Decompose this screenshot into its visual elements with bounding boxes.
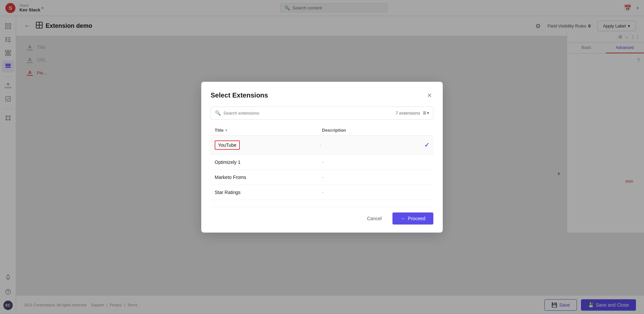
modal-extensions-count: 7 extensions (395, 111, 420, 116)
modal-cancel-button[interactable]: Cancel (360, 213, 388, 224)
modal-footer: Cancel → Proceed (211, 207, 433, 225)
table-row[interactable]: Optimizely 1 - (211, 155, 433, 170)
proceed-label: Proceed (408, 216, 425, 221)
modal-proceed-button[interactable]: → Proceed (392, 212, 433, 225)
modal-overlay[interactable]: Select Extensions ✕ 🔍 7 extensions ≡ ▾ T… (0, 0, 644, 314)
row-title-star-ratings: Star Ratings (215, 190, 322, 195)
row-title-optimizely: Optimizely 1 (215, 160, 322, 165)
modal-search-bar: 🔍 7 extensions ≡ ▾ (211, 107, 433, 120)
modal-search-icon: 🔍 (215, 110, 221, 116)
row-check-youtube: ✓ (424, 141, 429, 149)
modal-title: Select Extensions (211, 91, 268, 99)
youtube-label: YouTube (215, 140, 240, 150)
modal-table-header: Title ∨ Description (211, 125, 433, 136)
modal-col-title[interactable]: Title ∨ (215, 128, 322, 133)
sort-icon: ∨ (225, 128, 227, 132)
modal-close-button[interactable]: ✕ (426, 91, 433, 100)
modal-table-body: YouTube - ✓ Optimizely 1 - Marketo Froms… (211, 136, 433, 200)
modal-col-description: Description (322, 128, 429, 133)
row-desc-optimizely: - (322, 160, 429, 165)
table-row[interactable]: Star Ratings - (211, 185, 433, 200)
proceed-icon: → (400, 216, 405, 221)
row-title-marketo: Marketo Froms (215, 175, 322, 180)
modal-search-input[interactable] (223, 111, 393, 116)
modal-filter-icon[interactable]: ≡ (423, 110, 426, 117)
row-desc-star-ratings: - (322, 190, 429, 195)
modal-header: Select Extensions ✕ (211, 91, 433, 100)
table-row[interactable]: YouTube - ✓ (211, 136, 433, 155)
row-desc-youtube: - (320, 142, 425, 148)
row-title-youtube: YouTube (215, 140, 320, 150)
table-row[interactable]: Marketo Froms - (211, 170, 433, 185)
modal: Select Extensions ✕ 🔍 7 extensions ≡ ▾ T… (201, 82, 443, 233)
modal-filter-dropdown[interactable]: ▾ (427, 111, 429, 115)
row-desc-marketo: - (322, 175, 429, 180)
